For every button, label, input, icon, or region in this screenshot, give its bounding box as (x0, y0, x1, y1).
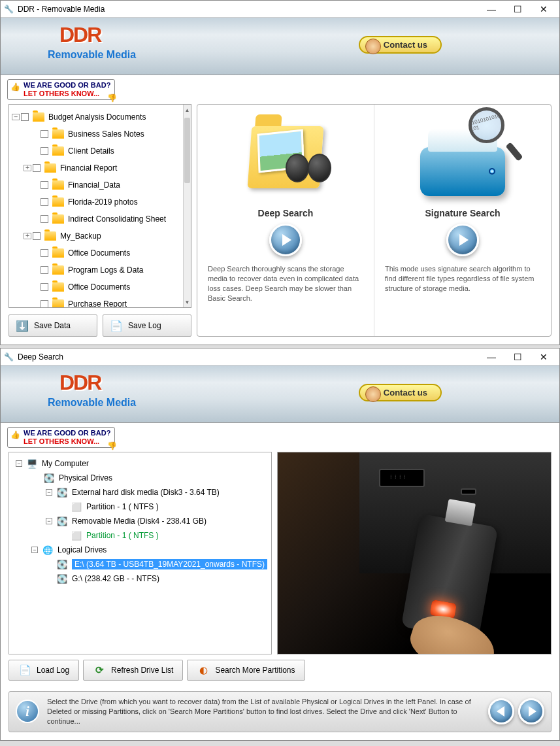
checkbox[interactable] (21, 113, 29, 121)
logo: DDR (59, 371, 101, 395)
drive-icon: 💽 (42, 473, 56, 483)
partition-icon: ⬜ (69, 531, 84, 540)
partition-icon: ⬜ (69, 502, 84, 511)
deep-search-button[interactable] (269, 224, 302, 256)
prev-button[interactable] (488, 698, 514, 724)
window-title: DDR - Removable Media (18, 5, 478, 14)
contact-button[interactable]: Contact us (359, 384, 442, 401)
close-button[interactable]: ✕ (531, 1, 557, 17)
signature-search-image (404, 111, 521, 203)
signature-search-title: Signature Search (425, 208, 500, 218)
deep-search-desc: Deep Search thoroughly scans the storage… (208, 264, 363, 303)
folder-icon (33, 112, 44, 122)
preview-image (277, 452, 552, 654)
logo: DDR (59, 23, 101, 47)
folder-icon (52, 299, 64, 308)
folder-tree[interactable]: − Budget Analysis Documents Business Sal… (8, 104, 191, 308)
feedback-badge[interactable]: WE ARE GOOD OR BAD? LET OTHERS KNOW... (7, 427, 115, 448)
signature-search-desc: This mode uses signature search algorith… (385, 264, 540, 294)
download-icon: ⬇️ (16, 319, 29, 332)
signature-search-card: Signature Search This mode uses signatur… (374, 105, 551, 336)
folder-icon (52, 146, 64, 156)
deep-search-window: 🔧 Deep Search — ☐ ✕ DDR Removable Media … (0, 348, 560, 741)
expand-icon[interactable]: + (24, 233, 31, 239)
folder-icon (52, 265, 64, 275)
expand-icon[interactable]: + (24, 165, 31, 171)
folder-icon (44, 231, 56, 241)
drive-icon: 💽 (55, 560, 69, 569)
folder-icon (52, 248, 64, 258)
computer-icon: 🖥️ (25, 459, 39, 468)
load-log-button[interactable]: 📄 Load Log (8, 660, 79, 681)
refresh-icon: ⟳ (93, 664, 106, 677)
banner: DDR Removable Media Contact us (1, 18, 559, 75)
collapse-icon[interactable]: − (46, 489, 52, 496)
banner-subtitle: Removable Media (48, 49, 136, 61)
close-button[interactable]: ✕ (531, 349, 557, 365)
window-title: Deep Search (18, 352, 478, 362)
collapse-icon[interactable]: − (31, 547, 38, 553)
deep-search-card: Deep Search Deep Search thoroughly scans… (197, 105, 374, 336)
save-log-button[interactable]: 📄 Save Log (103, 314, 191, 337)
expand-icon[interactable]: − (12, 114, 20, 120)
logical-icon: 🌐 (41, 545, 55, 554)
drive-item[interactable]: 💽G:\ (238.42 GB - - NTFS) (13, 571, 267, 586)
drive-icon: 💽 (55, 488, 69, 497)
drive-icon: 💽 (55, 517, 69, 526)
maximize-button[interactable]: ☐ (504, 1, 531, 17)
folder-icon (52, 282, 64, 292)
scrollbar[interactable]: ▲ ▼ (183, 105, 191, 307)
log-icon: 📄 (18, 664, 31, 677)
titlebar: 🔧 DDR - Removable Media — ☐ ✕ (1, 1, 559, 18)
collapse-icon[interactable]: − (46, 518, 52, 524)
info-bar: i Select the Drive (from which you want … (8, 691, 552, 732)
log-icon: 📄 (110, 319, 123, 332)
save-data-button[interactable]: ⬇️ Save Data (8, 314, 97, 337)
search-more-button[interactable]: ◐ Search More Partitions (187, 660, 305, 681)
folder-label: Budget Analysis Documents (48, 112, 146, 122)
app-icon: 🔧 (3, 4, 14, 14)
deep-search-title: Deep Search (258, 208, 314, 218)
drive-tree[interactable]: −🖥️My Computer 💽Physical Drives −💽Extern… (8, 452, 272, 654)
banner-subtitle: Removable Media (48, 397, 136, 409)
info-icon: i (16, 700, 39, 723)
titlebar: 🔧 Deep Search — ☐ ✕ (1, 348, 559, 365)
maximize-button[interactable]: ☐ (504, 349, 531, 365)
minimize-button[interactable]: — (478, 349, 504, 365)
search-icon: ◐ (197, 664, 210, 677)
minimize-button[interactable]: — (478, 1, 504, 17)
folder-icon (52, 180, 64, 190)
drive-item-selected[interactable]: 💽E:\ (3.64 TB - USB4TB_19MAY2021_onwards… (13, 557, 267, 571)
folder-icon (44, 163, 56, 173)
drive-icon: 💽 (55, 574, 69, 583)
contact-button[interactable]: Contact us (359, 36, 442, 54)
folder-icon (52, 214, 64, 224)
info-text: Select the Drive (from which you want to… (47, 697, 480, 726)
app-icon: 🔧 (3, 352, 14, 362)
banner: DDR Removable Media Contact us (1, 365, 559, 423)
feedback-badge[interactable]: WE ARE GOOD OR BAD? LET OTHERS KNOW... (7, 79, 115, 100)
signature-search-button[interactable] (446, 224, 479, 256)
refresh-button[interactable]: ⟳ Refresh Drive List (83, 660, 183, 681)
next-button[interactable] (518, 698, 544, 724)
collapse-icon[interactable]: − (16, 460, 22, 467)
folder-icon (52, 197, 64, 207)
main-window: 🔧 DDR - Removable Media — ☐ ✕ DDR Remova… (0, 0, 560, 345)
deep-search-image (227, 111, 344, 203)
folder-icon (52, 129, 64, 139)
